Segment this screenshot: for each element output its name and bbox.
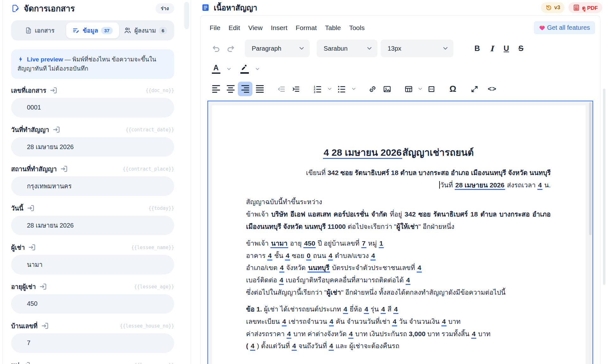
menu-view[interactable]: View xyxy=(244,22,267,34)
sidebar-scrollbar-thumb[interactable] xyxy=(184,2,189,29)
get-all-features-label: Get all features xyxy=(547,24,590,31)
numbered-list-button[interactable]: 1 2 3 xyxy=(310,82,325,96)
text-color-icon: A xyxy=(212,64,220,74)
document-title: 4 28 เมษายน 2026สัญญาเช่ารถยนต์ xyxy=(246,146,551,159)
editor-panel-header: เนื้อหาสัญญา v3 xyxy=(191,0,608,14)
clause1-line: เลขทะเบียน 4 เช่ารถจำนวน 4 คัน จำนวนวันท… xyxy=(246,316,551,328)
omega-icon: Ω xyxy=(449,84,456,94)
tab-data[interactable]: ข้อมูล 37 xyxy=(66,22,119,38)
align-left-button[interactable] xyxy=(209,82,223,96)
source-code-button[interactable]: <> xyxy=(485,82,499,96)
chevron-down-icon xyxy=(227,68,231,70)
outdent-button[interactable] xyxy=(274,82,288,96)
editor-menubar: File Edit View Insert Format Table Tools… xyxy=(200,16,600,37)
indent-button[interactable] xyxy=(288,82,303,96)
highlight-color-button[interactable] xyxy=(237,62,252,76)
get-all-features-button[interactable]: Get all features xyxy=(534,21,595,34)
lessee-age-input[interactable] xyxy=(11,294,174,314)
font-family-select[interactable]: Sarabun xyxy=(317,40,377,57)
numbered-list-menu-button[interactable] xyxy=(325,82,334,96)
menu-insert[interactable]: Insert xyxy=(267,22,292,34)
clause1-line: ( 4 ) ตั้งแต่วันที่ 4 จนถึงวันที่ 4 และ … xyxy=(246,340,551,352)
insert-image-button[interactable] xyxy=(380,82,394,96)
menu-tools[interactable]: Tools xyxy=(345,22,369,34)
editor-scrollbar[interactable] xyxy=(589,102,592,364)
tab-signers-count-badge: 6 xyxy=(159,27,167,34)
field-label: ผู้เช่า xyxy=(11,242,25,253)
bullet-list-icon xyxy=(337,85,345,93)
editor-scrollbar-thumb[interactable] xyxy=(589,102,592,235)
version-history-button[interactable]: v3 xyxy=(541,2,565,13)
align-center-button[interactable] xyxy=(223,82,238,96)
field-label: บ้านเลขที่ xyxy=(11,321,38,331)
jump-to-field-icon[interactable] xyxy=(27,204,35,212)
sidebar-title: จัดการเอกสาร xyxy=(24,2,75,15)
bullet-list-button[interactable] xyxy=(334,82,349,96)
toolbar-row-2: A xyxy=(200,60,600,78)
jump-to-field-icon[interactable] xyxy=(53,126,60,134)
menu-edit[interactable]: Edit xyxy=(225,22,244,34)
toolbar-row-3: 1 2 3 xyxy=(200,78,600,99)
lessee-house-no-input[interactable] xyxy=(11,333,174,353)
chevron-down-icon xyxy=(352,88,356,90)
font-size-select[interactable]: 13px xyxy=(381,40,453,57)
underline-button[interactable]: U xyxy=(499,41,514,56)
block-format-select[interactable]: Paragraph xyxy=(245,40,310,57)
link-icon xyxy=(369,85,377,93)
page-break-button[interactable] xyxy=(424,82,439,96)
contract-date-input[interactable] xyxy=(11,137,174,157)
text-color-button[interactable]: A xyxy=(209,62,223,76)
field-label: เลขที่เอกสาร xyxy=(11,85,46,96)
insert-link-button[interactable] xyxy=(365,82,380,96)
text-color-menu-button[interactable] xyxy=(223,62,234,76)
chevron-down-icon xyxy=(299,47,304,50)
special-character-button[interactable]: Ω xyxy=(446,82,460,96)
bullet-list-menu-button[interactable] xyxy=(349,82,358,96)
redo-button[interactable] xyxy=(223,41,238,56)
highlight-color-menu-button[interactable] xyxy=(252,62,263,76)
jump-to-field-icon[interactable] xyxy=(50,86,58,94)
align-justify-button[interactable] xyxy=(252,82,267,96)
field-label: อายุผู้เช่า xyxy=(11,282,36,292)
template-tag: {{doc_no}} xyxy=(146,88,174,93)
tab-signers[interactable]: ผู้ลงนาม 6 xyxy=(119,22,172,38)
block-format-value: Paragraph xyxy=(252,45,281,52)
jump-to-field-icon[interactable] xyxy=(41,322,49,330)
table-menu-button[interactable] xyxy=(416,82,424,96)
italic-button[interactable]: I xyxy=(484,41,499,56)
bold-button[interactable]: B xyxy=(470,41,484,56)
menu-format[interactable]: Format xyxy=(292,22,321,34)
undo-button[interactable] xyxy=(209,41,223,56)
tab-document[interactable]: เอกสาร xyxy=(13,22,66,38)
insert-table-button[interactable] xyxy=(401,82,416,96)
window-scrollbar-thumb[interactable] xyxy=(603,89,605,285)
field-label: วันที่ทำสัญญา xyxy=(11,125,49,135)
chevron-down-icon xyxy=(443,47,448,50)
contract-place-input[interactable] xyxy=(11,176,174,196)
view-pdf-button[interactable]: PDF ดู PDF xyxy=(568,2,602,13)
menu-table[interactable]: Table xyxy=(321,22,345,34)
fullscreen-button[interactable] xyxy=(467,82,482,96)
menu-file[interactable]: File xyxy=(206,22,225,34)
panel-title: เนื้อหาสัญญา xyxy=(214,2,257,14)
today-input[interactable] xyxy=(11,216,174,235)
page-break-icon xyxy=(428,85,435,93)
template-tag: {{contract_place}} xyxy=(123,166,174,172)
align-right-button[interactable] xyxy=(238,82,252,96)
jump-to-field-icon[interactable] xyxy=(23,361,31,364)
lessee-name-input[interactable] xyxy=(11,255,174,274)
jump-to-field-icon[interactable] xyxy=(60,165,68,173)
tab-signers-label: ผู้ลงนาม xyxy=(134,26,156,35)
jump-to-field-icon[interactable] xyxy=(39,283,47,291)
tab-data-count-badge: 37 xyxy=(101,27,113,34)
history-icon xyxy=(545,4,552,11)
doc-no-input[interactable] xyxy=(11,98,174,117)
jump-to-field-icon[interactable] xyxy=(28,243,36,251)
field-list: เลขที่เอกสาร {{doc_no}} วันที่ทำสัญญา xyxy=(11,86,174,364)
document-page[interactable]: 4 28 เมษายน 2026สัญญาเช่ารถยนต์ เขียนที่… xyxy=(212,105,586,364)
sidebar-tabs: เอกสาร ข้อมูล 37 ผู้ลงนาม xyxy=(11,20,174,41)
strikethrough-button[interactable]: S xyxy=(514,41,528,56)
field-label: สถานที่ทำสัญญา xyxy=(11,164,57,174)
redo-icon xyxy=(226,44,235,53)
template-tag: {{lessee_age}} xyxy=(134,284,174,290)
